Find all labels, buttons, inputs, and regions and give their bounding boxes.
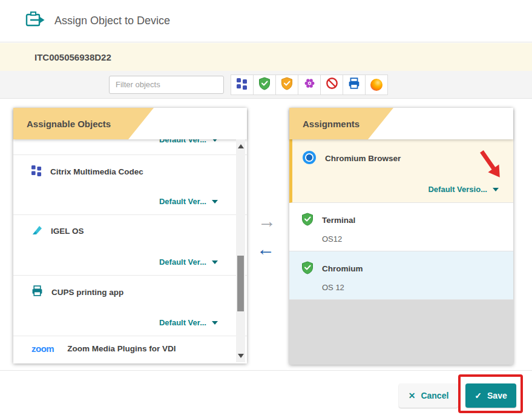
panel-title: Assignable Objects	[27, 119, 111, 129]
citrix-apps-icon	[237, 78, 248, 92]
unassign-left-button[interactable]: ←	[257, 240, 275, 258]
shield-green-icon	[258, 77, 271, 93]
object-filter-toolbar	[0, 71, 532, 99]
chevron-down-icon	[212, 139, 218, 142]
dialog-header: Assign Object to Device	[0, 0, 532, 42]
check-icon: ✓	[475, 391, 482, 400]
triangle-up-icon	[238, 144, 244, 148]
footer-divider	[0, 370, 532, 371]
printer-blue-icon	[348, 78, 360, 92]
dialog-title: Assign Object to Device	[54, 15, 170, 27]
assignments-header: Assignments	[289, 108, 513, 139]
assignments-tab: Assignments	[289, 108, 393, 139]
save-label: Save	[487, 391, 507, 400]
assign-object-icon	[25, 12, 45, 30]
assignable-objects-tab: Assignable Objects	[13, 108, 154, 139]
os-version-label: OS 12	[322, 283, 344, 292]
version-dropdown[interactable]: Default Ver...	[159, 197, 218, 206]
version-dropdown[interactable]: Default Ver...	[159, 257, 218, 267]
device-id: ITC005056938D22	[34, 52, 111, 62]
object-label: Citrix Multimedia Codec	[50, 167, 143, 176]
chevron-down-icon	[212, 200, 218, 204]
close-icon: ✕	[409, 391, 416, 400]
assignment-row-terminal[interactable]: Terminal OS12	[289, 203, 513, 251]
chevron-down-icon	[493, 188, 499, 191]
scroll-thumb[interactable]	[237, 256, 244, 311]
shield-orange-icon	[281, 77, 293, 93]
scroll-down-button[interactable]	[236, 351, 245, 360]
panel-title: Assignments	[303, 119, 360, 129]
cancel-label: Cancel	[421, 391, 448, 400]
assignable-objects-list: Default Ver... Citrix Multimedia Codec D…	[13, 139, 247, 363]
version-label: Default Ver...	[159, 318, 206, 327]
arrow-right-icon: →	[258, 211, 276, 231]
object-row-partial[interactable]: Default Ver...	[13, 139, 247, 155]
igel-os-icon	[31, 225, 42, 237]
chromium-browser-icon	[302, 150, 317, 167]
shield-check-icon	[301, 261, 314, 276]
assignment-row-chromium[interactable]: Chromium OS 12	[289, 251, 513, 300]
scroll-up-button[interactable]	[236, 142, 245, 150]
triangle-down-icon	[238, 354, 244, 358]
object-row-igel-os[interactable]: IGEL OS Default Ver...	[13, 215, 247, 276]
version-label: Default Ver...	[159, 257, 206, 267]
filter-printer-button[interactable]	[343, 75, 366, 95]
object-label: Terminal	[322, 216, 355, 225]
os-version-label: OS12	[322, 234, 342, 244]
zoom-logo: zoom	[31, 343, 54, 354]
assign-right-button[interactable]: →	[258, 212, 276, 230]
filter-citrix-apps-button[interactable]	[231, 75, 254, 95]
version-dropdown[interactable]: Default Versio...	[428, 185, 499, 194]
object-label: Zoom Media Plugins for VDI	[67, 344, 176, 353]
object-type-filter-strip	[231, 75, 388, 95]
object-row-cups[interactable]: CUPS printing app Default Ver...	[13, 276, 247, 336]
version-dropdown[interactable]: Default Ver...	[159, 318, 218, 327]
assignments-panel: Assignments Chromium Browser Default Ver…	[289, 108, 513, 365]
scrollbar[interactable]	[236, 139, 245, 362]
filter-apps-button[interactable]	[253, 75, 276, 95]
chevron-down-icon	[212, 321, 218, 325]
filter-legacy-apps-button[interactable]	[275, 75, 298, 95]
version-label: Default Versio...	[428, 185, 487, 194]
version-label: Default Ver...	[159, 197, 206, 206]
assignable-objects-panel: Assignable Objects Default Ver...	[13, 108, 247, 363]
filter-settings-button[interactable]	[298, 75, 321, 95]
chevron-down-icon	[212, 260, 218, 264]
filter-prohibited-button[interactable]	[320, 75, 343, 95]
filter-browser-button[interactable]	[365, 75, 388, 95]
object-row-citrix-codec[interactable]: Citrix Multimedia Codec Default Ver...	[13, 155, 247, 215]
browser-orange-icon	[370, 79, 383, 91]
citrix-codec-icon	[31, 165, 42, 178]
flower-purple-icon	[303, 77, 316, 92]
object-row-zoom[interactable]: zoom Zoom Media Plugins for VDI	[13, 336, 247, 363]
assignment-row-chromium-browser[interactable]: Chromium Browser Default Versio...	[289, 139, 513, 203]
object-label: Chromium Browser	[325, 154, 401, 163]
version-label: Default Ver...	[159, 139, 206, 144]
prohibited-icon	[326, 77, 338, 92]
assignable-objects-header: Assignable Objects	[13, 108, 247, 139]
device-row: ITC005056938D22	[0, 43, 532, 71]
filter-objects-input[interactable]	[109, 76, 224, 94]
save-button[interactable]: ✓ Save	[465, 383, 516, 408]
arrow-left-icon: ←	[257, 239, 275, 259]
object-label: Chromium	[322, 264, 363, 273]
cups-printer-icon	[31, 285, 43, 299]
object-label: CUPS printing app	[51, 288, 123, 297]
cancel-button[interactable]: ✕ Cancel	[399, 383, 458, 408]
version-dropdown[interactable]: Default Ver...	[159, 139, 218, 144]
shield-check-icon	[301, 213, 314, 228]
assignments-empty-area	[289, 300, 513, 365]
assignments-list: Chromium Browser Default Versio... Termi…	[289, 139, 513, 365]
object-label: IGEL OS	[51, 227, 84, 236]
